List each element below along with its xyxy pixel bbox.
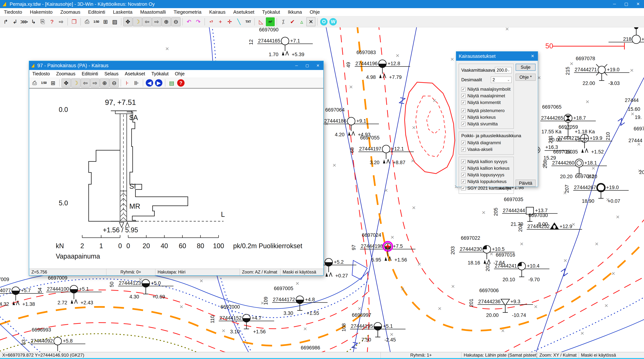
menu-item-kairaus[interactable]: Kairaus <box>206 8 230 16</box>
close-dialog-button[interactable]: Sulje <box>516 64 536 71</box>
zoom-out-icon[interactable]: ⊖ <box>110 78 119 87</box>
undo-icon[interactable]: ↶ <box>184 17 194 26</box>
soil-checkbox-0[interactable]: ✓Näytä maalajisymbolit <box>461 87 510 92</box>
survey-point-6697078[interactable]: 669707821527444271+19.022.00-3.03 <box>565 56 630 86</box>
import-files-icon[interactable]: ⋙ <box>20 17 29 26</box>
child-close-button[interactable]: ✕ <box>312 61 323 70</box>
survey-point-6697016[interactable]: 669701620227444241+10.420.10-9.70 <box>485 252 550 282</box>
survey-point-6697083[interactable]: 66970834927444196+12.84.98+7.79 <box>346 50 410 80</box>
zoom-all-icon[interactable]: ✥ <box>62 78 71 87</box>
add-point-icon[interactable]: + <box>216 17 225 26</box>
area-tool-icon[interactable]: m² <box>266 17 275 26</box>
child-menu-item-tiedosto[interactable]: Tiedosto <box>29 71 53 76</box>
check-tool-icon[interactable]: ✔ <box>288 17 297 26</box>
menu-item-työkalut[interactable]: Työkalut <box>258 8 284 16</box>
rock-checkbox-2[interactable]: ✓Näytä loppusyvyys <box>461 172 504 177</box>
diagram-settings-icon[interactable]: ⊪ <box>132 78 141 87</box>
survey-point-6697006[interactable]: 669700620127444236+9.320.00-10.74 <box>468 288 533 318</box>
child-menu-item-selaus[interactable]: Selaus <box>101 71 122 76</box>
zoom-previous-icon[interactable]: ☽ <box>133 17 142 26</box>
child-menu-item-ohje[interactable]: Ohje <box>172 71 188 76</box>
survey-point-6697064[interactable]: 66970647227444186+9.14.20+4.93 <box>314 107 379 137</box>
menu-item-maastomalli[interactable]: Maastomalli <box>136 8 170 16</box>
read-file-icon[interactable]: ↱ <box>1 17 10 26</box>
menu-item-ohje[interactable]: Ohje <box>306 8 324 16</box>
zoom-in-icon[interactable]: ⊕ <box>100 78 109 87</box>
step-previous-icon[interactable]: ◀ <box>145 78 154 87</box>
point-checkbox-1[interactable]: ✓Näytä korkeus <box>461 115 496 120</box>
pan-right-icon[interactable]: ⇨ <box>152 17 161 26</box>
child-minimize-button[interactable]: ─ <box>291 61 302 70</box>
write-file-icon[interactable]: ↳ <box>29 17 38 26</box>
menu-item-asetukset[interactable]: Asetukset <box>230 8 258 16</box>
section-checkbox-0[interactable]: ✓Näytä diagrammi <box>461 140 501 145</box>
file-manager-icon[interactable]: ❐ <box>70 17 78 26</box>
child-menu-item-editointi[interactable]: Editointi <box>78 71 101 76</box>
menu-item-tiedosto[interactable]: Tiedosto <box>0 8 26 16</box>
pan-right-icon[interactable]: ⇨ <box>90 78 100 87</box>
child-maximize-button[interactable]: ▢ <box>302 61 312 70</box>
soil-checkbox-1[interactable]: ✓Näytä maalajinimet <box>461 93 505 98</box>
rock-checkbox-3[interactable]: ✓Näytä loppukorkeus <box>461 179 506 184</box>
scale-1-50-icon[interactable]: 1:50 <box>39 78 48 87</box>
window-setup-icon[interactable]: ⊞ <box>48 78 58 87</box>
survey-point-6697035[interactable]: 669703520527444244+13.721.70-8.00 <box>493 197 558 227</box>
angle-tool-icon[interactable]: ◺ <box>256 17 266 26</box>
decimals-select[interactable]: 2⌄ <box>491 77 512 83</box>
move-points-icon[interactable]: ✛ <box>225 17 234 26</box>
sounding-diagram[interactable]: 97, +7.510.05.0$ASIMRL+1.56 / 5.95kN2100… <box>29 88 323 269</box>
zoom-all-icon[interactable]: ✥ <box>123 17 132 26</box>
child-menu-item-työkalut[interactable]: Työkalut <box>148 71 172 76</box>
soil-checkbox-2[interactable]: ✓Näytä kommentit <box>461 100 501 105</box>
survey-point-+19[interactable]: 218+19 <box>608 27 644 43</box>
print-icon[interactable]: ⎙ <box>30 78 39 87</box>
survey-point-6697090[interactable]: 66970901227444165+7.11.70+5.39 <box>248 27 313 57</box>
maximize-button[interactable]: ▢ <box>620 0 632 8</box>
file-help-icon[interactable]: ? <box>48 17 56 26</box>
read-file-settings-icon[interactable]: ↲ <box>10 17 20 26</box>
survey-point-6697055[interactable]: 66970556827444197+12.13.20+8.87 <box>349 135 414 165</box>
coordinate-tool-icon[interactable]: ⁒ <box>279 17 288 26</box>
menu-item-laskenta[interactable]: Laskenta <box>109 8 136 16</box>
scale-1-50-icon[interactable]: 1:50 <box>92 17 101 26</box>
menu-item-tiegeometria[interactable]: Tiegeometria <box>170 8 206 16</box>
menu-item-hakemisto[interactable]: Hakemisto <box>26 8 56 16</box>
point-info-icon[interactable]: +? <box>207 17 216 26</box>
minimize-button[interactable]: ─ <box>608 0 620 8</box>
menu-item-zoomaus[interactable]: Zoomaus <box>56 8 84 16</box>
scale-select[interactable]: 200.0⌄ <box>495 67 512 73</box>
step-next-icon[interactable]: ▶ <box>154 78 163 87</box>
menu-item-ikkuna[interactable]: Ikkuna <box>284 8 306 16</box>
pan-left-icon[interactable]: ⇦ <box>142 17 152 26</box>
print-icon[interactable]: ⎙ <box>82 17 92 26</box>
cross-points-icon[interactable]: ✕ <box>306 17 315 26</box>
layer-settings-icon[interactable]: ▤ <box>167 78 176 87</box>
menu-item-editointi[interactable]: Editointi <box>84 8 109 16</box>
draw-settings-icon[interactable]: ▨ <box>110 17 119 26</box>
help-button[interactable]: Ohje * <box>516 74 536 81</box>
export-file-icon[interactable]: ⇨ <box>57 17 66 26</box>
rock-checkbox-4[interactable]: ✓SGY 2021 karttaesitys <box>461 186 511 191</box>
zoom-in-icon[interactable]: ⊕ <box>162 17 171 26</box>
write-file-copy-icon[interactable]: ⎘ <box>38 17 47 26</box>
redo-icon[interactable]: ↷ <box>194 17 203 26</box>
diagram-tool-icon[interactable]: ⊦ <box>123 78 132 87</box>
survey-point-6697000[interactable]: 669700011027444152+4.73.10+1.56 <box>210 304 274 335</box>
update-button[interactable]: Päivitä <box>516 180 536 187</box>
rock-checkbox-1[interactable]: ✓Näytä kallion korkeus <box>461 166 510 171</box>
rock-checkbox-0[interactable]: ✓Näytä kallion syvyys <box>461 159 507 164</box>
dialog-close-icon[interactable]: ✕ <box>528 51 538 61</box>
point-checkbox-2[interactable]: ✓Näytä sivumitta <box>461 121 498 126</box>
close-button[interactable]: ✕ <box>632 0 644 8</box>
w-tool-icon[interactable]: W <box>329 17 338 26</box>
point-checkbox-0[interactable]: ✓Näytä pistenumero <box>461 108 504 113</box>
o-tool-icon[interactable]: O <box>320 17 328 26</box>
pan-left-icon[interactable]: ⇦ <box>81 78 90 87</box>
section-checkbox-1[interactable]: ✓Vaaka-akseli <box>461 147 492 152</box>
window-setup-icon[interactable]: ⊞ <box>101 17 110 26</box>
child-menu-item-zoomaus[interactable]: Zoomaus <box>53 71 78 76</box>
mean-point-icon[interactable]: ▵ <box>297 17 306 26</box>
survey-point-6697009[interactable]: 669700927444077+5.74.32+1.38 <box>0 277 44 307</box>
child-menu-item-asetukset[interactable]: Asetukset <box>122 71 148 76</box>
survey-point-6696997[interactable]: 669699710827444195+5.17.50-2.45 <box>341 312 406 343</box>
